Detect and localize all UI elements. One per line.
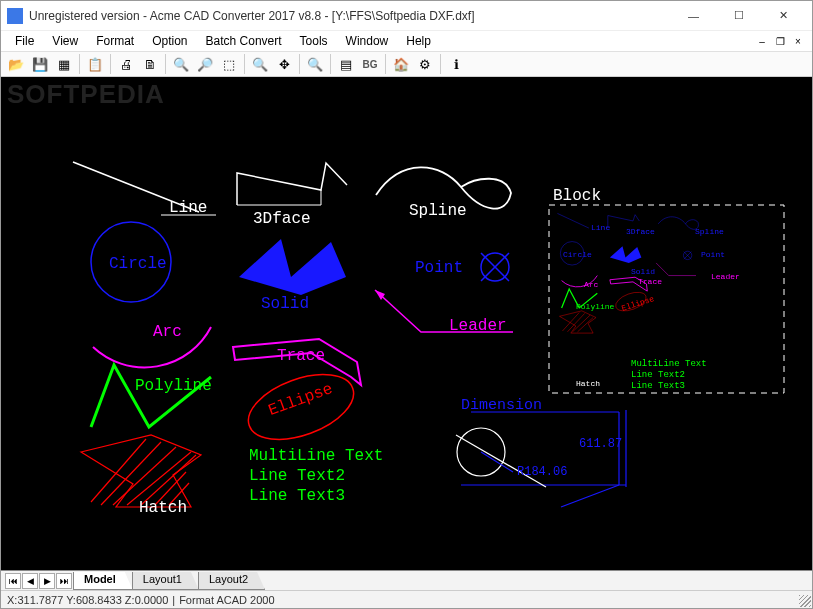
tab-layout2[interactable]: Layout2	[198, 572, 265, 590]
label-trace: Trace	[277, 347, 325, 365]
mini-label-mtext1: MultiLine Text	[631, 359, 707, 369]
menu-window[interactable]: Window	[338, 33, 397, 49]
mini-label-leader: Leader	[711, 272, 740, 281]
tab-nav-next[interactable]: ▶	[39, 573, 55, 589]
svg-line-14	[113, 447, 176, 505]
copy-button[interactable]: 📋	[84, 53, 106, 75]
svg-line-16	[141, 455, 196, 505]
magnifier-button[interactable]: 🔍	[304, 53, 326, 75]
label-mtext1: MultiLine Text	[249, 447, 383, 465]
zoom-in-button[interactable]: 🔍	[170, 53, 192, 75]
window-title: Unregistered version - Acme CAD Converte…	[29, 9, 671, 23]
label-arc: Arc	[153, 323, 182, 341]
label-leader: Leader	[449, 317, 507, 335]
mini-label-hatch: Hatch	[576, 379, 600, 388]
zoom-window-button[interactable]: ⬚	[218, 53, 240, 75]
svg-line-23	[561, 485, 619, 507]
label-3dface: 3Dface	[253, 210, 311, 228]
mini-label-spline: Spline	[695, 227, 724, 236]
status-bar: X:311.7877 Y:608.8433 Z:0.0000 | Format …	[1, 590, 812, 608]
mini-label-line: Line	[591, 223, 610, 232]
home-button[interactable]: 🏠	[390, 53, 412, 75]
menu-file[interactable]: File	[7, 33, 42, 49]
cad-drawing	[1, 77, 812, 570]
label-mtext3: Line Text3	[249, 487, 345, 505]
menubar: File View Format Option Batch Convert To…	[1, 31, 812, 51]
label-dim-radius: R184.06	[517, 465, 567, 479]
tab-nav-last[interactable]: ⏭	[56, 573, 72, 589]
doc-close-button[interactable]: ×	[790, 34, 806, 48]
label-spline: Spline	[409, 202, 467, 220]
background-button[interactable]: BG	[359, 53, 381, 75]
status-coords: X:311.7877 Y:608.8433 Z:0.0000	[7, 594, 168, 606]
svg-line-26	[481, 452, 513, 472]
tab-nav-prev[interactable]: ◀	[22, 573, 38, 589]
zoom-out-button[interactable]: 🔎	[194, 53, 216, 75]
mini-label-mtext2: Line Text2	[631, 370, 685, 380]
layers-button[interactable]: ▤	[335, 53, 357, 75]
menu-view[interactable]: View	[44, 33, 86, 49]
titlebar: Unregistered version - Acme CAD Converte…	[1, 1, 812, 31]
drawing-canvas[interactable]: SOFTPEDIA	[1, 77, 812, 570]
open-button[interactable]: 📂	[5, 53, 27, 75]
mini-label-circle: Circle	[563, 250, 592, 259]
svg-line-28	[557, 213, 589, 228]
label-solid: Solid	[261, 295, 309, 313]
svg-marker-11	[81, 435, 201, 507]
sheet-tab-bar: ⏮ ◀ ▶ ⏭ Model Layout1 Layout2	[1, 570, 812, 590]
mini-label-solid: Solid	[631, 267, 655, 276]
menu-format[interactable]: Format	[88, 33, 142, 49]
pan-button[interactable]: ✥	[273, 53, 295, 75]
svg-line-15	[127, 452, 191, 505]
print-preview-button[interactable]: 🗎	[139, 53, 161, 75]
settings-button[interactable]: ⚙	[414, 53, 436, 75]
label-hatch: Hatch	[139, 499, 187, 517]
minimize-button[interactable]: —	[671, 2, 716, 30]
mini-label-polyline: Polyline	[576, 302, 614, 311]
print-button[interactable]: 🖨	[115, 53, 137, 75]
status-format: Format ACAD 2000	[179, 594, 274, 606]
mini-label-trace: Trace	[638, 277, 662, 286]
svg-marker-30	[610, 246, 642, 263]
svg-line-25	[456, 435, 546, 487]
svg-marker-5	[239, 239, 346, 295]
label-block: Block	[553, 187, 601, 205]
toolbar: 📂 💾 ▦ 📋 🖨 🗎 🔍 🔎 ⬚ 🔍 ✥ 🔍 ▤ BG 🏠 ⚙ ℹ	[1, 51, 812, 77]
zoom-extents-button[interactable]: 🔍	[249, 53, 271, 75]
resize-grip[interactable]	[799, 595, 811, 607]
tab-model[interactable]: Model	[73, 572, 133, 590]
svg-line-12	[91, 439, 146, 502]
mini-label-point: Point	[701, 250, 725, 259]
label-mtext2: Line Text2	[249, 467, 345, 485]
doc-restore-button[interactable]: ❐	[772, 34, 788, 48]
label-point: Point	[415, 259, 463, 277]
save-button[interactable]: 💾	[29, 53, 51, 75]
app-icon	[7, 8, 23, 24]
menu-batch-convert[interactable]: Batch Convert	[198, 33, 290, 49]
label-dimension: Dimension	[461, 397, 542, 414]
mini-label-3dface: 3Dface	[626, 227, 655, 236]
tab-layout1[interactable]: Layout1	[132, 572, 199, 590]
maximize-button[interactable]: ☐	[716, 2, 761, 30]
label-circle: Circle	[109, 255, 167, 273]
mini-label-mtext3: Line Text3	[631, 381, 685, 391]
menu-tools[interactable]: Tools	[292, 33, 336, 49]
menu-option[interactable]: Option	[144, 33, 195, 49]
batch-button[interactable]: ▦	[53, 53, 75, 75]
label-dim-value: 611.87	[579, 437, 622, 451]
label-line: Line	[169, 199, 207, 217]
menu-help[interactable]: Help	[398, 33, 439, 49]
doc-minimize-button[interactable]: –	[754, 34, 770, 48]
info-button[interactable]: ℹ	[445, 53, 467, 75]
tab-nav-first[interactable]: ⏮	[5, 573, 21, 589]
close-button[interactable]: ✕	[761, 2, 806, 30]
label-polyline: Polyline	[135, 377, 212, 395]
mini-label-arc: Arc	[584, 280, 598, 289]
